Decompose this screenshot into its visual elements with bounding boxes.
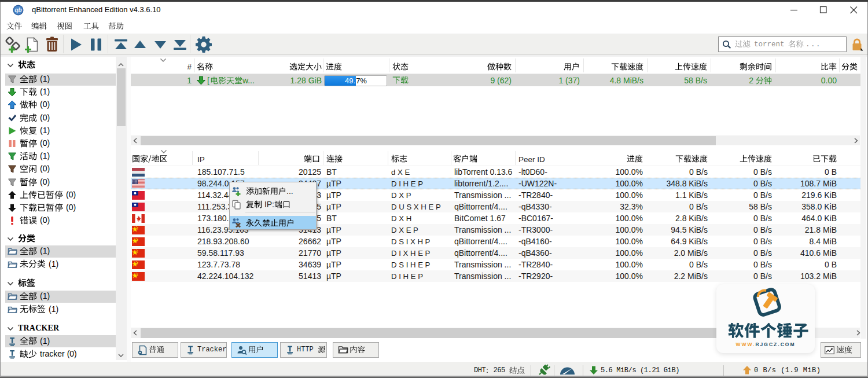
svg-text:qb: qb (14, 7, 21, 13)
